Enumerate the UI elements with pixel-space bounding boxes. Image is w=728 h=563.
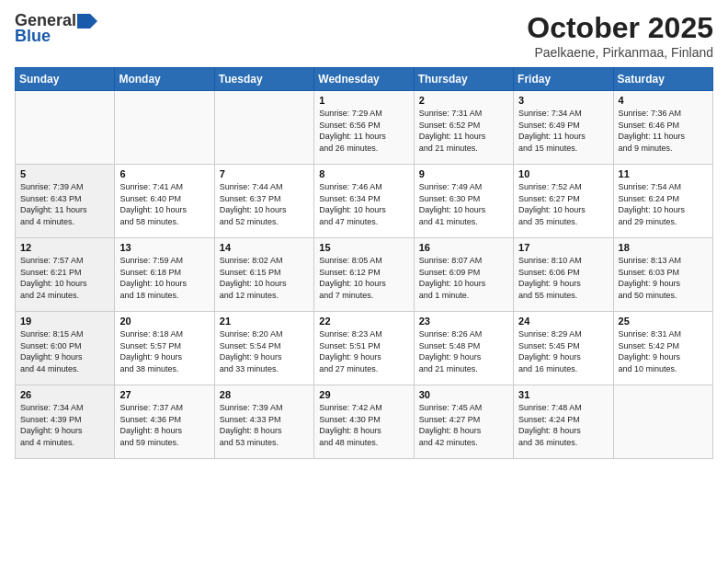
header: General Blue October 2025 Paelkaene, Pir… [15,11,713,60]
logo: General Blue [15,11,97,46]
cell-info: Sunrise: 8:31 AM Sunset: 5:42 PM Dayligh… [619,328,708,374]
calendar-cell: 16Sunrise: 8:07 AM Sunset: 6:09 PM Dayli… [414,238,513,312]
calendar-cell: 17Sunrise: 8:10 AM Sunset: 6:06 PM Dayli… [514,238,613,312]
cell-info: Sunrise: 7:29 AM Sunset: 6:56 PM Dayligh… [319,108,408,154]
cell-day-number: 7 [220,168,309,179]
weekday-header-monday: Monday [115,68,214,91]
calendar-cell: 24Sunrise: 8:29 AM Sunset: 5:45 PM Dayli… [514,312,613,385]
cell-day-number: 21 [220,316,309,327]
calendar-cell: 13Sunrise: 7:59 AM Sunset: 6:18 PM Dayli… [115,238,214,312]
cell-info: Sunrise: 8:29 AM Sunset: 5:45 PM Dayligh… [518,328,608,374]
svg-marker-0 [77,14,97,29]
cell-day-number: 12 [20,242,109,253]
cell-day-number: 24 [518,316,608,327]
calendar-cell: 18Sunrise: 8:13 AM Sunset: 6:03 PM Dayli… [613,238,712,312]
cell-info: Sunrise: 7:36 AM Sunset: 6:46 PM Dayligh… [619,108,708,154]
calendar-cell [16,91,115,165]
cell-day-number: 9 [419,168,508,179]
cell-day-number: 18 [619,242,708,253]
calendar-cell: 27Sunrise: 7:37 AM Sunset: 4:36 PM Dayli… [115,385,214,459]
cell-info: Sunrise: 8:23 AM Sunset: 5:51 PM Dayligh… [319,328,408,374]
calendar-cell: 29Sunrise: 7:42 AM Sunset: 4:30 PM Dayli… [314,385,414,459]
cell-info: Sunrise: 7:37 AM Sunset: 4:36 PM Dayligh… [119,402,209,448]
cell-day-number: 22 [319,316,408,327]
cell-day-number: 20 [119,316,209,327]
weekday-header-tuesday: Tuesday [214,68,313,91]
cell-day-number: 4 [619,95,708,106]
cell-info: Sunrise: 7:49 AM Sunset: 6:30 PM Dayligh… [419,181,508,227]
cell-info: Sunrise: 8:07 AM Sunset: 6:09 PM Dayligh… [419,255,508,301]
logo-blue-text: Blue [15,27,51,46]
calendar-cell: 4Sunrise: 7:36 AM Sunset: 6:46 PM Daylig… [613,91,712,165]
cell-day-number: 3 [518,95,608,106]
cell-day-number: 27 [119,389,209,400]
location-subtitle: Paelkaene, Pirkanmaa, Finland [527,45,713,60]
cell-info: Sunrise: 8:13 AM Sunset: 6:03 PM Dayligh… [619,255,708,301]
week-row-1: 1Sunrise: 7:29 AM Sunset: 6:56 PM Daylig… [16,91,713,165]
cell-day-number: 17 [518,242,608,253]
calendar-cell: 15Sunrise: 8:05 AM Sunset: 6:12 PM Dayli… [314,238,414,312]
cell-day-number: 30 [419,389,508,400]
cell-info: Sunrise: 7:34 AM Sunset: 6:49 PM Dayligh… [518,108,608,154]
cell-day-number: 11 [619,168,708,179]
cell-day-number: 16 [419,242,508,253]
calendar-cell: 6Sunrise: 7:41 AM Sunset: 6:40 PM Daylig… [115,165,214,238]
calendar-cell: 11Sunrise: 7:54 AM Sunset: 6:24 PM Dayli… [613,165,712,238]
calendar-cell: 31Sunrise: 7:48 AM Sunset: 4:24 PM Dayli… [514,385,613,459]
logo-icon [77,14,97,29]
calendar-cell: 5Sunrise: 7:39 AM Sunset: 6:43 PM Daylig… [16,165,115,238]
cell-day-number: 31 [518,389,608,400]
calendar-cell: 3Sunrise: 7:34 AM Sunset: 6:49 PM Daylig… [514,91,613,165]
cell-day-number: 1 [319,95,408,106]
calendar-cell [214,91,313,165]
calendar-cell: 30Sunrise: 7:45 AM Sunset: 4:27 PM Dayli… [414,385,513,459]
cell-day-number: 2 [419,95,508,106]
calendar-cell: 22Sunrise: 8:23 AM Sunset: 5:51 PM Dayli… [314,312,414,385]
calendar-cell: 20Sunrise: 8:18 AM Sunset: 5:57 PM Dayli… [115,312,214,385]
cell-day-number: 15 [319,242,408,253]
calendar-cell: 19Sunrise: 8:15 AM Sunset: 6:00 PM Dayli… [16,312,115,385]
calendar-cell: 1Sunrise: 7:29 AM Sunset: 6:56 PM Daylig… [314,91,414,165]
weekday-header-sunday: Sunday [16,68,115,91]
cell-day-number: 25 [619,316,708,327]
week-row-2: 5Sunrise: 7:39 AM Sunset: 6:43 PM Daylig… [16,165,713,238]
weekday-header-friday: Friday [514,68,613,91]
calendar-cell: 10Sunrise: 7:52 AM Sunset: 6:27 PM Dayli… [514,165,613,238]
week-row-4: 19Sunrise: 8:15 AM Sunset: 6:00 PM Dayli… [16,312,713,385]
cell-day-number: 6 [119,168,209,179]
cell-info: Sunrise: 7:59 AM Sunset: 6:18 PM Dayligh… [119,255,209,301]
cell-info: Sunrise: 7:44 AM Sunset: 6:37 PM Dayligh… [220,181,309,227]
calendar-container: General Blue October 2025 Paelkaene, Pir… [0,0,728,563]
calendar-cell: 12Sunrise: 7:57 AM Sunset: 6:21 PM Dayli… [16,238,115,312]
cell-day-number: 14 [220,242,309,253]
cell-day-number: 10 [518,168,608,179]
calendar-cell [613,385,712,459]
cell-day-number: 5 [20,168,109,179]
calendar-cell: 9Sunrise: 7:49 AM Sunset: 6:30 PM Daylig… [414,165,513,238]
cell-day-number: 28 [220,389,309,400]
calendar-cell: 2Sunrise: 7:31 AM Sunset: 6:52 PM Daylig… [414,91,513,165]
cell-day-number: 23 [419,316,508,327]
calendar-cell: 28Sunrise: 7:39 AM Sunset: 4:33 PM Dayli… [214,385,313,459]
weekday-header-row: SundayMondayTuesdayWednesdayThursdayFrid… [16,68,713,91]
cell-info: Sunrise: 7:42 AM Sunset: 4:30 PM Dayligh… [319,402,408,448]
cell-info: Sunrise: 7:46 AM Sunset: 6:34 PM Dayligh… [319,181,408,227]
cell-info: Sunrise: 8:20 AM Sunset: 5:54 PM Dayligh… [220,328,309,374]
calendar-cell: 8Sunrise: 7:46 AM Sunset: 6:34 PM Daylig… [314,165,414,238]
calendar-cell: 21Sunrise: 8:20 AM Sunset: 5:54 PM Dayli… [214,312,313,385]
cell-info: Sunrise: 8:05 AM Sunset: 6:12 PM Dayligh… [319,255,408,301]
cell-info: Sunrise: 7:54 AM Sunset: 6:24 PM Dayligh… [619,181,708,227]
cell-info: Sunrise: 7:31 AM Sunset: 6:52 PM Dayligh… [419,108,508,154]
cell-info: Sunrise: 7:57 AM Sunset: 6:21 PM Dayligh… [20,255,109,301]
cell-day-number: 13 [119,242,209,253]
cell-info: Sunrise: 8:18 AM Sunset: 5:57 PM Dayligh… [119,328,209,374]
cell-day-number: 26 [20,389,109,400]
cell-day-number: 19 [20,316,109,327]
week-row-3: 12Sunrise: 7:57 AM Sunset: 6:21 PM Dayli… [16,238,713,312]
cell-info: Sunrise: 7:52 AM Sunset: 6:27 PM Dayligh… [518,181,608,227]
cell-info: Sunrise: 7:39 AM Sunset: 6:43 PM Dayligh… [20,181,109,227]
weekday-header-thursday: Thursday [414,68,513,91]
cell-info: Sunrise: 7:45 AM Sunset: 4:27 PM Dayligh… [419,402,508,448]
cell-info: Sunrise: 7:41 AM Sunset: 6:40 PM Dayligh… [119,181,209,227]
title-block: October 2025 Paelkaene, Pirkanmaa, Finla… [527,11,713,60]
